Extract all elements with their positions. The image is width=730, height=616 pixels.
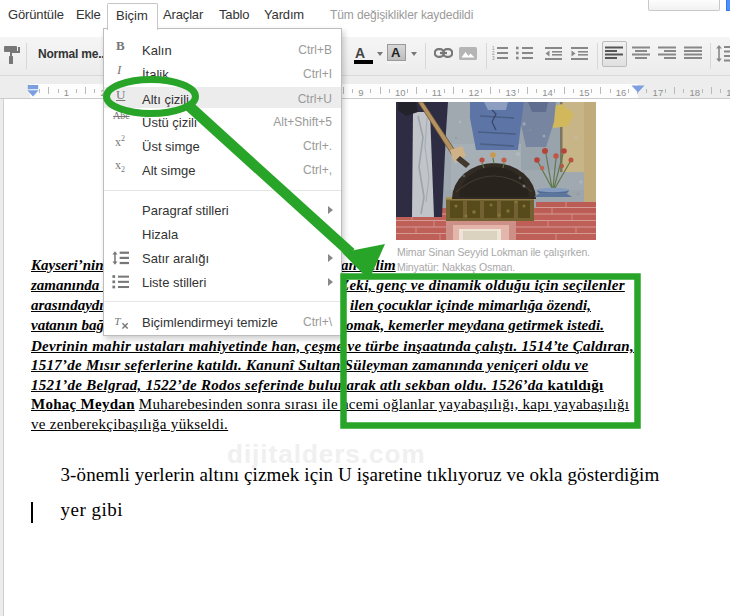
svg-text:T: T	[114, 315, 121, 327]
svg-text:3: 3	[492, 56, 495, 61]
